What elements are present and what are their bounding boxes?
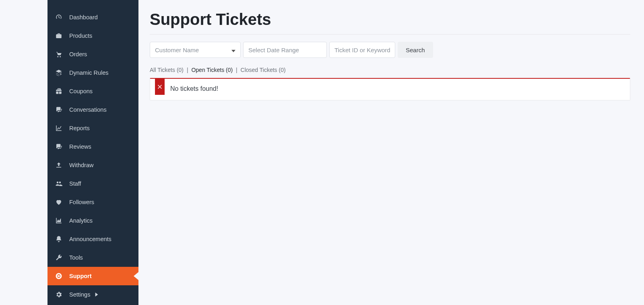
sidebar-item-label: Staff (69, 180, 81, 187)
sidebar-item-label: Tools (69, 254, 83, 261)
customer-select[interactable]: Customer Name (150, 42, 241, 58)
sidebar-item-settings[interactable]: Settings (47, 285, 138, 304)
sidebar-item-label: Reports (69, 125, 90, 131)
briefcase-icon (55, 32, 63, 40)
sidebar-item-orders[interactable]: Orders (47, 45, 138, 63)
no-tickets-alert: No tickets found! (150, 78, 630, 100)
gear-icon (55, 291, 63, 299)
tab-open-tickets[interactable]: Open Tickets (0) (191, 67, 233, 73)
sidebar-item-reports[interactable]: Reports (47, 119, 138, 137)
sidebar-item-staff[interactable]: Staff (47, 174, 138, 193)
caret-down-icon (231, 47, 235, 53)
heart-icon (55, 198, 63, 206)
reviews-icon (55, 143, 63, 151)
tab-all-tickets[interactable]: All Tickets (0) (150, 67, 184, 73)
sidebar-item-support[interactable]: Support (47, 267, 138, 285)
ticket-tabs: All Tickets (0) | Open Tickets (0) | Clo… (150, 67, 630, 73)
customer-select-label: Customer Name (155, 47, 199, 53)
sidebar-item-withdraw[interactable]: Withdraw (47, 156, 138, 174)
sidebar-item-label: Orders (69, 51, 87, 57)
keyword-input[interactable] (329, 42, 395, 58)
sidebar-item-label: Settings (69, 291, 90, 298)
tab-separator: | (236, 67, 237, 73)
page-title: Support Tickets (150, 10, 630, 29)
layers-icon (55, 69, 63, 77)
sidebar-item-label: Withdraw (69, 162, 93, 168)
sidebar-item-label: Announcements (69, 236, 111, 242)
close-icon[interactable] (155, 79, 165, 95)
upload-icon (55, 161, 63, 169)
sidebar-item-conversations[interactable]: Conversations (47, 100, 138, 119)
filters-bar: Customer Name Search (150, 42, 630, 58)
main-content: Support Tickets Customer Name Search All… (138, 0, 644, 305)
alert-text: No tickets found! (165, 79, 224, 100)
sidebar-item-products[interactable]: Products (47, 27, 138, 45)
chart-line-icon (55, 124, 63, 132)
sidebar-item-coupons[interactable]: Coupons (47, 82, 138, 100)
sidebar-item-tools[interactable]: Tools (47, 248, 138, 267)
sidebar-item-followers[interactable]: Followers (47, 193, 138, 211)
users-icon (55, 180, 63, 188)
sidebar-item-label: Coupons (69, 88, 93, 94)
gift-icon (55, 87, 63, 95)
chevron-right-icon (95, 291, 98, 298)
tab-separator: | (187, 67, 188, 73)
sidebar-item-dynamic-rules[interactable]: Dynamic Rules (47, 63, 138, 82)
sidebar-item-label: Dashboard (69, 14, 98, 20)
sidebar-item-label: Support (69, 273, 92, 279)
sidebar-item-announcements[interactable]: Announcements (47, 230, 138, 248)
sidebar-item-label: Dynamic Rules (69, 70, 109, 76)
sidebar-item-label: Conversations (69, 106, 107, 113)
cart-icon (55, 50, 63, 58)
sidebar-item-label: Products (69, 33, 92, 39)
wrench-icon (55, 254, 63, 262)
sidebar-item-label: Analytics (69, 217, 93, 224)
sidebar-item-reviews[interactable]: Reviews (47, 137, 138, 156)
sidebar-item-analytics[interactable]: Analytics (47, 211, 138, 230)
dashboard-icon (55, 13, 63, 21)
search-button[interactable]: Search (398, 42, 433, 58)
sidebar-item-dashboard[interactable]: Dashboard (47, 8, 138, 27)
sidebar-item-label: Reviews (69, 143, 91, 150)
sidebar-item-label: Followers (69, 199, 94, 205)
date-range-input[interactable] (243, 42, 327, 58)
bell-icon (55, 235, 63, 243)
sidebar: Dashboard Products Orders Dynamic Rules … (47, 0, 138, 305)
tab-closed-tickets[interactable]: Closed Tickets (0) (241, 67, 286, 73)
divider (150, 34, 630, 35)
area-chart-icon (55, 217, 63, 225)
comments-icon (55, 106, 63, 114)
support-icon (55, 272, 63, 280)
